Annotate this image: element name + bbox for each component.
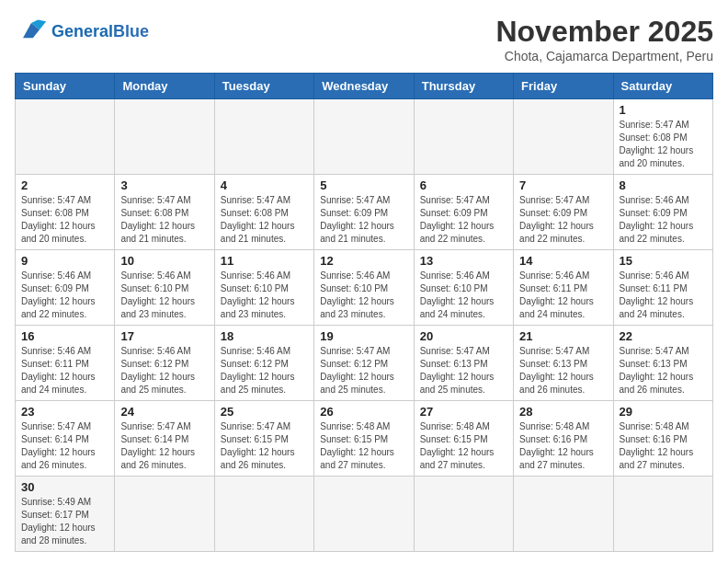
calendar-cell: 5Sunrise: 5:47 AM Sunset: 6:09 PM Daylig… <box>314 175 414 250</box>
day-info: Sunrise: 5:47 AM Sunset: 6:14 PM Dayligh… <box>120 420 208 472</box>
location-subtitle: Chota, Cajamarca Department, Peru <box>495 49 713 63</box>
day-number: 5 <box>320 178 407 192</box>
day-number: 26 <box>320 405 407 419</box>
calendar-cell <box>16 99 115 175</box>
calendar-cell: 1Sunrise: 5:47 AM Sunset: 6:08 PM Daylig… <box>613 99 712 175</box>
day-number: 23 <box>21 405 108 419</box>
day-info: Sunrise: 5:46 AM Sunset: 6:09 PM Dayligh… <box>21 270 108 321</box>
week-row-1: 1Sunrise: 5:47 AM Sunset: 6:08 PM Daylig… <box>16 99 713 175</box>
day-number: 15 <box>620 254 707 268</box>
calendar-cell: 11Sunrise: 5:46 AM Sunset: 6:10 PM Dayli… <box>214 250 313 326</box>
day-info: Sunrise: 5:46 AM Sunset: 6:12 PM Dayligh… <box>120 345 208 396</box>
day-number: 18 <box>221 329 308 343</box>
calendar-cell: 14Sunrise: 5:46 AM Sunset: 6:11 PM Dayli… <box>514 250 613 326</box>
col-header-sunday: Sunday <box>16 74 115 99</box>
calendar-cell: 13Sunrise: 5:46 AM Sunset: 6:10 PM Dayli… <box>414 250 513 326</box>
day-info: Sunrise: 5:47 AM Sunset: 6:13 PM Dayligh… <box>620 345 707 396</box>
day-info: Sunrise: 5:46 AM Sunset: 6:09 PM Dayligh… <box>620 194 707 246</box>
calendar-cell: 25Sunrise: 5:47 AM Sunset: 6:15 PM Dayli… <box>214 401 313 477</box>
calendar-cell <box>115 99 214 175</box>
week-row-6: 30Sunrise: 5:49 AM Sunset: 6:17 PM Dayli… <box>16 477 713 552</box>
calendar-cell: 27Sunrise: 5:48 AM Sunset: 6:15 PM Dayli… <box>414 401 513 477</box>
day-info: Sunrise: 5:46 AM Sunset: 6:11 PM Dayligh… <box>21 345 108 396</box>
day-info: Sunrise: 5:47 AM Sunset: 6:13 PM Dayligh… <box>420 345 507 396</box>
day-number: 4 <box>221 178 308 192</box>
day-number: 22 <box>620 329 707 343</box>
day-info: Sunrise: 5:47 AM Sunset: 6:13 PM Dayligh… <box>519 345 607 396</box>
day-info: Sunrise: 5:48 AM Sunset: 6:16 PM Dayligh… <box>519 420 607 472</box>
day-number: 28 <box>519 405 607 419</box>
logo-icon <box>15 15 48 48</box>
day-info: Sunrise: 5:46 AM Sunset: 6:10 PM Dayligh… <box>320 270 407 321</box>
day-number: 21 <box>519 329 607 343</box>
day-number: 17 <box>120 329 208 343</box>
day-number: 7 <box>519 178 607 192</box>
week-row-2: 2Sunrise: 5:47 AM Sunset: 6:08 PM Daylig… <box>16 175 713 250</box>
week-row-3: 9Sunrise: 5:46 AM Sunset: 6:09 PM Daylig… <box>16 250 713 326</box>
calendar-cell: 8Sunrise: 5:46 AM Sunset: 6:09 PM Daylig… <box>613 175 712 250</box>
day-number: 20 <box>420 329 507 343</box>
calendar-cell <box>613 477 712 552</box>
calendar-cell: 12Sunrise: 5:46 AM Sunset: 6:10 PM Dayli… <box>314 250 414 326</box>
calendar-cell: 20Sunrise: 5:47 AM Sunset: 6:13 PM Dayli… <box>414 326 513 401</box>
calendar-cell: 23Sunrise: 5:47 AM Sunset: 6:14 PM Dayli… <box>16 401 115 477</box>
week-row-4: 16Sunrise: 5:46 AM Sunset: 6:11 PM Dayli… <box>16 326 713 401</box>
day-info: Sunrise: 5:46 AM Sunset: 6:12 PM Dayligh… <box>221 345 308 396</box>
calendar-cell: 4Sunrise: 5:47 AM Sunset: 6:08 PM Daylig… <box>214 175 313 250</box>
day-info: Sunrise: 5:47 AM Sunset: 6:09 PM Dayligh… <box>420 194 507 246</box>
calendar-cell: 22Sunrise: 5:47 AM Sunset: 6:13 PM Dayli… <box>613 326 712 401</box>
calendar-cell <box>214 477 313 552</box>
day-number: 25 <box>221 405 308 419</box>
col-header-monday: Monday <box>115 74 214 99</box>
day-info: Sunrise: 5:48 AM Sunset: 6:16 PM Dayligh… <box>620 420 707 472</box>
calendar-cell: 6Sunrise: 5:47 AM Sunset: 6:09 PM Daylig… <box>414 175 513 250</box>
calendar-cell <box>314 477 414 552</box>
calendar-cell: 3Sunrise: 5:47 AM Sunset: 6:08 PM Daylig… <box>115 175 214 250</box>
day-info: Sunrise: 5:47 AM Sunset: 6:14 PM Dayligh… <box>21 420 108 472</box>
day-number: 8 <box>620 178 707 192</box>
day-info: Sunrise: 5:49 AM Sunset: 6:17 PM Dayligh… <box>21 496 108 547</box>
day-info: Sunrise: 5:47 AM Sunset: 6:12 PM Dayligh… <box>320 345 407 396</box>
page-header: GeneralBlue November 2025 Chota, Cajamar… <box>15 15 713 63</box>
calendar-cell: 16Sunrise: 5:46 AM Sunset: 6:11 PM Dayli… <box>16 326 115 401</box>
day-number: 29 <box>620 405 707 419</box>
day-number: 1 <box>620 103 707 117</box>
col-header-thursday: Thursday <box>414 74 513 99</box>
day-info: Sunrise: 5:47 AM Sunset: 6:09 PM Dayligh… <box>519 194 607 246</box>
logo-text: GeneralBlue <box>51 23 149 40</box>
day-info: Sunrise: 5:46 AM Sunset: 6:11 PM Dayligh… <box>519 270 607 321</box>
calendar-cell: 19Sunrise: 5:47 AM Sunset: 6:12 PM Dayli… <box>314 326 414 401</box>
day-number: 16 <box>21 329 108 343</box>
day-number: 14 <box>519 254 607 268</box>
calendar-cell: 17Sunrise: 5:46 AM Sunset: 6:12 PM Dayli… <box>115 326 214 401</box>
day-info: Sunrise: 5:46 AM Sunset: 6:10 PM Dayligh… <box>120 270 208 321</box>
calendar-cell <box>115 477 214 552</box>
calendar-cell: 10Sunrise: 5:46 AM Sunset: 6:10 PM Dayli… <box>115 250 214 326</box>
day-info: Sunrise: 5:48 AM Sunset: 6:15 PM Dayligh… <box>420 420 507 472</box>
day-number: 2 <box>21 178 108 192</box>
day-number: 27 <box>420 405 507 419</box>
week-row-5: 23Sunrise: 5:47 AM Sunset: 6:14 PM Dayli… <box>16 401 713 477</box>
month-title: November 2025 <box>495 15 713 49</box>
logo: GeneralBlue <box>15 15 149 48</box>
day-info: Sunrise: 5:46 AM Sunset: 6:11 PM Dayligh… <box>620 270 707 321</box>
calendar-cell: 18Sunrise: 5:46 AM Sunset: 6:12 PM Dayli… <box>214 326 313 401</box>
day-number: 12 <box>320 254 407 268</box>
day-number: 6 <box>420 178 507 192</box>
calendar-cell: 2Sunrise: 5:47 AM Sunset: 6:08 PM Daylig… <box>16 175 115 250</box>
col-header-friday: Friday <box>514 74 613 99</box>
title-block: November 2025 Chota, Cajamarca Departmen… <box>495 15 713 63</box>
calendar-cell: 26Sunrise: 5:48 AM Sunset: 6:15 PM Dayli… <box>314 401 414 477</box>
day-info: Sunrise: 5:47 AM Sunset: 6:09 PM Dayligh… <box>320 194 407 246</box>
day-info: Sunrise: 5:46 AM Sunset: 6:10 PM Dayligh… <box>420 270 507 321</box>
day-number: 30 <box>21 480 108 494</box>
calendar-cell: 9Sunrise: 5:46 AM Sunset: 6:09 PM Daylig… <box>16 250 115 326</box>
day-info: Sunrise: 5:47 AM Sunset: 6:08 PM Dayligh… <box>21 194 108 246</box>
day-number: 9 <box>21 254 108 268</box>
day-number: 3 <box>120 178 208 192</box>
day-number: 19 <box>320 329 407 343</box>
calendar-cell: 29Sunrise: 5:48 AM Sunset: 6:16 PM Dayli… <box>613 401 712 477</box>
day-number: 10 <box>120 254 208 268</box>
calendar-cell <box>414 99 513 175</box>
calendar-cell <box>314 99 414 175</box>
